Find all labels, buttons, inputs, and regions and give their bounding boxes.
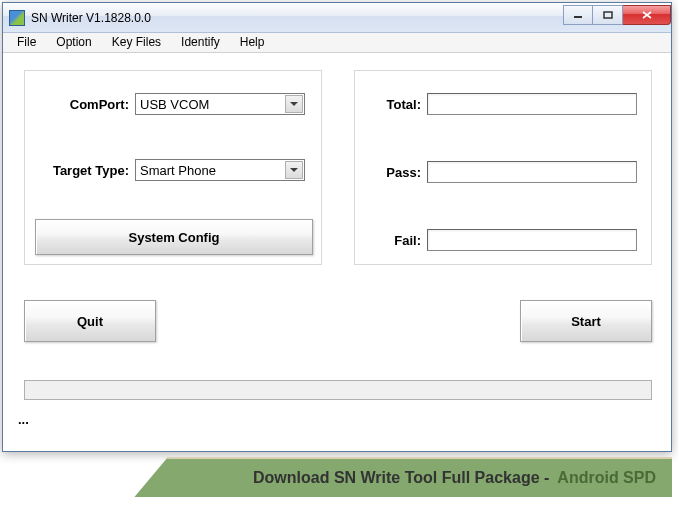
menu-bar: File Option Key Files Identify Help	[3, 33, 671, 53]
total-label: Total:	[365, 97, 421, 112]
stats-panel: Total: Pass: Fail:	[354, 70, 652, 265]
target-type-value: Smart Phone	[140, 163, 216, 178]
window-controls	[563, 5, 671, 25]
close-button[interactable]	[623, 5, 671, 25]
menu-option[interactable]: Option	[46, 33, 101, 52]
chevron-down-icon	[285, 95, 303, 113]
minimize-icon	[573, 11, 583, 19]
status-text: ...	[18, 412, 29, 427]
banner-text: Download SN Write Tool Full Package -	[253, 469, 549, 487]
target-type-select[interactable]: Smart Phone	[135, 159, 305, 181]
start-button[interactable]: Start	[520, 300, 652, 342]
title-bar: SN Writer V1.1828.0.0	[3, 3, 671, 33]
system-config-button[interactable]: System Config	[35, 219, 313, 255]
menu-help[interactable]: Help	[230, 33, 275, 52]
progress-bar	[24, 380, 652, 400]
target-type-label: Target Type:	[35, 163, 129, 178]
svg-rect-1	[604, 12, 612, 18]
banner-bg: Download SN Write Tool Full Package - An…	[0, 457, 672, 497]
minimize-button[interactable]	[563, 5, 593, 25]
app-icon	[9, 10, 25, 26]
system-config-label: System Config	[128, 230, 219, 245]
menu-keyfiles[interactable]: Key Files	[102, 33, 171, 52]
close-icon	[642, 11, 652, 19]
comport-select[interactable]: USB VCOM	[135, 93, 305, 115]
comport-value: USB VCOM	[140, 97, 209, 112]
fail-label: Fail:	[365, 233, 421, 248]
pass-field[interactable]	[427, 161, 637, 183]
config-panel: ComPort: USB VCOM Target Type: Smart Pho…	[24, 70, 322, 265]
pass-label: Pass:	[365, 165, 421, 180]
svg-rect-0	[574, 16, 582, 18]
quit-label: Quit	[77, 314, 103, 329]
maximize-icon	[603, 11, 613, 19]
comport-label: ComPort:	[35, 97, 129, 112]
chevron-down-icon	[285, 161, 303, 179]
maximize-button[interactable]	[593, 5, 623, 25]
download-banner: Download SN Write Tool Full Package - An…	[0, 457, 672, 497]
menu-file[interactable]: File	[7, 33, 46, 52]
window-title: SN Writer V1.1828.0.0	[31, 11, 563, 25]
total-field[interactable]	[427, 93, 637, 115]
menu-identify[interactable]: Identify	[171, 33, 230, 52]
start-label: Start	[571, 314, 601, 329]
app-window: SN Writer V1.1828.0.0 File Option Key Fi…	[2, 2, 672, 452]
fail-field[interactable]	[427, 229, 637, 251]
quit-button[interactable]: Quit	[24, 300, 156, 342]
banner-brand: Android SPD	[557, 469, 656, 487]
